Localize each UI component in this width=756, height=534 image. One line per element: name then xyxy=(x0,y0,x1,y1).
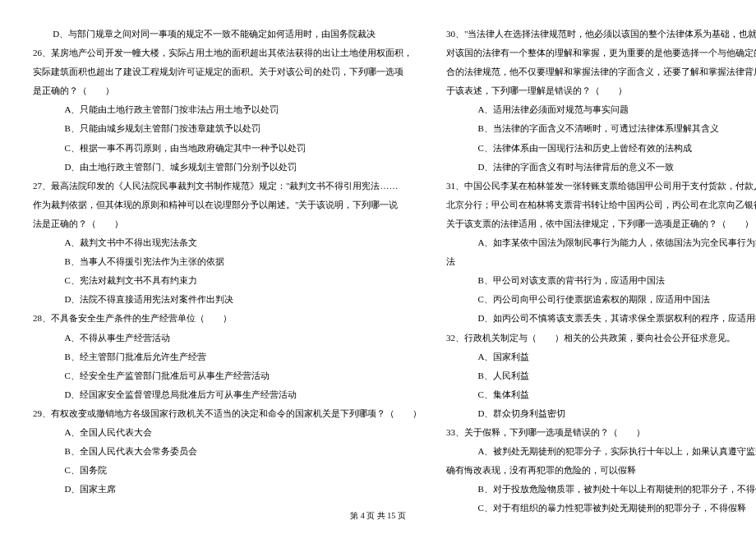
q26-option-d: D、由土地行政主管部门、城乡规划主管部门分别予以处罚 xyxy=(33,158,422,177)
q33-option-a-l2: 确有悔改表现，没有再犯罪的危险的，可以假释 xyxy=(446,461,756,480)
q27-stem-l3: 法是正确的？（ ） xyxy=(33,214,422,233)
q26-stem-l3: 是正确的？（ ） xyxy=(33,81,422,100)
q27-stem-l1: 27、最高法院印发的《人民法院民事裁判文书制作规范》规定："裁判文书不得引用宪法… xyxy=(33,177,422,196)
right-column: 30、"当法律人在选择法律规范时，他必须以该国的整个法律体系为基础，也就是说，他… xyxy=(446,25,756,460)
q31-option-c: C、丙公司向甲公司行使票据追索权的期限，应适用中国法 xyxy=(446,290,756,309)
q31-option-a-l2: 法 xyxy=(446,252,756,271)
q30-option-c: C、法律体系由一国现行法和历史上曾经有效的法构成 xyxy=(446,139,756,158)
q30-stem-l4: 于该表述，下列哪一理解是错误的？（ ） xyxy=(446,81,756,100)
q28-option-b: B、经主管部门批准后允许生产经营 xyxy=(33,348,422,366)
q31-option-b: B、甲公司对该支票的背书行为，应适用中国法 xyxy=(446,271,756,290)
q26-option-c: C、根据一事不再罚原则，由当地政府确定其中一种予以处罚 xyxy=(33,139,422,158)
q32-option-c: C、集体利益 xyxy=(446,385,756,404)
q27-option-d: D、法院不得直接适用宪法对案件作出判决 xyxy=(33,290,422,309)
q27-option-a: A、裁判文书中不得出现宪法条文 xyxy=(33,233,422,252)
q26-option-b: B、只能由城乡规划主管部门按违章建筑予以处罚 xyxy=(33,119,422,138)
q28-option-d: D、经国家安全监督管理总局批准后方可从事生产经营活动 xyxy=(33,385,422,404)
q32-option-d: D、群众切身利益密切 xyxy=(446,404,756,423)
q28-option-a: A、不得从事生产经营活动 xyxy=(33,329,422,348)
q32-option-a: A、国家利益 xyxy=(446,348,756,366)
q30-stem-l1: 30、"当法律人在选择法律规范时，他必须以该国的整个法律体系为基础，也就是说，他… xyxy=(446,25,756,44)
q29-option-a: A、全国人民代表大会 xyxy=(33,423,422,442)
q31-option-a-l1: A、如李某依中国法为限制民事行为能力人，依德国法为完全民事行为能力人，应适用德国 xyxy=(446,233,756,252)
q31-stem-l3: 关于该支票的法律适用，依中国法律规定，下列哪一选项是正确的？（ ） xyxy=(446,214,756,233)
q32-option-b: B、人民利益 xyxy=(446,366,756,385)
q30-option-b: B、当法律的字面含义不清晰时，可透过法律体系理解其含义 xyxy=(446,119,756,138)
q30-option-d: D、法律的字面含义有时与法律背后的意义不一致 xyxy=(446,158,756,177)
q27-stem-l2: 作为裁判依据，但其体现的原则和精神可以在说理部分予以阐述。"关于该说明，下列哪一… xyxy=(33,196,422,214)
q26-option-a: A、只能由土地行政主管部门按非法占用土地予以处罚 xyxy=(33,100,422,119)
q29-option-c: C、国务院 xyxy=(33,461,422,480)
q30-option-a: A、适用法律必须面对规范与事实问题 xyxy=(446,100,756,119)
q33-stem: 33、关于假释，下列哪一选项是错误的？（ ） xyxy=(446,423,756,442)
q25-option-d: D、与部门规章之间对同一事项的规定不一致不能确定如何适用时，由国务院裁决 xyxy=(33,25,422,44)
q26-stem-l2: 实际建筑面积也超出了建设工程规划许可证规定的面积。关于对该公司的处罚，下列哪一选… xyxy=(33,62,422,81)
q26-stem-l1: 26、某房地产公司开发一幢大楼，实际占用土地的面积超出其依法获得的出让土地使用权… xyxy=(33,44,422,62)
q33-option-b: B、对于投放危险物质罪，被判处十年以上有期徒刑的犯罪分子，不得假释 xyxy=(446,480,756,499)
q29-option-d: D、国家主席 xyxy=(33,480,422,499)
q29-stem: 29、有权改变或撤销地方各级国家行政机关不适当的决定和命令的国家机关是下列哪项？… xyxy=(33,404,422,423)
exam-page: D、与部门规章之间对同一事项的规定不一致不能确定如何适用时，由国务院裁决 26、… xyxy=(0,0,756,493)
page-footer: 第 4 页 共 15 页 xyxy=(0,510,756,522)
q32-stem: 32、行政机关制定与（ ）相关的公共政策，要向社会公开征求意见。 xyxy=(446,329,756,348)
q33-option-a-l1: A、被判处无期徒刑的犯罪分子，实际执行十年以上，如果认真遵守监规、接受教育改造， xyxy=(446,442,756,461)
q27-option-c: C、宪法对裁判文书不具有约束力 xyxy=(33,271,422,290)
q31-option-d: D、如丙公司不慎将该支票丢失，其请求保全票据权利的程序，应适用德国法 xyxy=(446,309,756,328)
q28-option-c: C、经安全生产监管部门批准后可从事生产经营活动 xyxy=(33,366,422,385)
q28-stem: 28、不具备安全生产条件的生产经营单位（ ） xyxy=(33,309,422,328)
q27-option-b: B、当事人不得援引宪法作为主张的依据 xyxy=(33,252,422,271)
q31-stem-l2: 北京分行；甲公司在柏林将支票背书转让给中国丙公司，丙公司在北京向乙银行请求付款时… xyxy=(446,196,756,214)
q29-option-b: B、全国人民代表大会常务委员会 xyxy=(33,442,422,461)
left-column: D、与部门规章之间对同一事项的规定不一致不能确定如何适用时，由国务院裁决 26、… xyxy=(33,25,422,460)
q31-stem-l1: 31、中国公民李某在柏林签发一张转账支票给德国甲公司用于支付货款，付款人为中国乙… xyxy=(446,177,756,196)
q30-stem-l3: 合的法律规范，他不仅要理解和掌握法律的字面含义，还要了解和掌握法律背后的意义。"… xyxy=(446,62,756,81)
q30-stem-l2: 对该国的法律有一个整体的理解和掌握，更为重要的是他要选择一个与他确定的案件事实相… xyxy=(446,44,756,62)
